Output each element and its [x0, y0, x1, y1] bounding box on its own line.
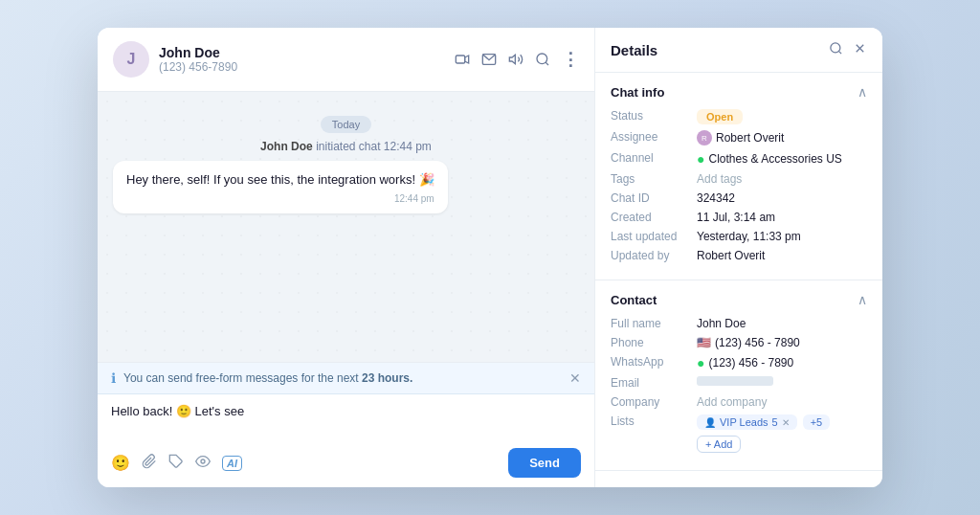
- fullname-label: Full name: [611, 317, 697, 330]
- phone-label: Phone: [611, 336, 697, 349]
- attachment-icon[interactable]: [142, 454, 157, 473]
- whatsapp-channel-icon: ●: [697, 151, 704, 167]
- info-banner: ℹ You can send free-form messages for th…: [98, 363, 594, 394]
- contact-name: John Doe: [159, 45, 445, 60]
- eye-icon[interactable]: [195, 454, 211, 473]
- remove-tag-button[interactable]: ✕: [782, 417, 790, 428]
- message-input[interactable]: Hello back! 🙂 Let's see: [98, 394, 594, 442]
- details-panel: Details Chat info ∧ Status Open Ass: [595, 28, 882, 487]
- updated-by-row: Updated by Robert Overit: [611, 249, 867, 262]
- email-label: Email: [611, 376, 697, 390]
- chat-panel: J John Doe (123) 456-7890 ⋮: [98, 28, 595, 487]
- whatsapp-value: ● (123) 456 - 7890: [697, 355, 793, 370]
- chat-info-section: Chat info ∧ Status Open Assignee R Rober…: [595, 73, 882, 280]
- more-icon[interactable]: ⋮: [562, 49, 579, 70]
- svg-point-4: [537, 54, 547, 64]
- created-row: Created 11 Jul, 3:14 am: [611, 211, 867, 224]
- assignee-label: Assignee: [611, 130, 697, 144]
- svg-rect-0: [456, 56, 464, 63]
- contact-header: Contact ∧: [611, 292, 867, 307]
- svg-point-6: [201, 459, 205, 463]
- status-row: Status Open: [611, 109, 867, 124]
- search-icon[interactable]: [535, 52, 550, 67]
- tags-label: Tags: [611, 172, 697, 186]
- date-divider: Today: [113, 115, 579, 132]
- contact-info: John Doe (123) 456-7890: [159, 45, 445, 74]
- details-header: Details: [595, 28, 882, 73]
- email-row: Email: [611, 376, 867, 390]
- fullname-value: John Doe: [697, 317, 746, 330]
- chat-input-area: ℹ You can send free-form messages for th…: [98, 362, 594, 487]
- details-close-icon[interactable]: [853, 41, 867, 58]
- contact-section-title: Contact: [611, 293, 657, 307]
- channel-row: Channel ● Clothes & Accessories US: [611, 151, 867, 167]
- tags-row: Tags Add tags: [611, 172, 867, 186]
- phone-flag-icon: 🇺🇸: [697, 336, 711, 349]
- contact-toggle[interactable]: ∧: [858, 292, 867, 307]
- whatsapp-row: WhatsApp ● (123) 456 - 7890: [611, 355, 867, 370]
- close-banner-button[interactable]: ✕: [569, 370, 581, 386]
- contact-phone: (123) 456-7890: [159, 60, 445, 74]
- details-header-actions: [829, 41, 867, 58]
- emoji-icon[interactable]: 🙂: [111, 454, 130, 472]
- input-toolbar: 🙂 AI Send: [98, 442, 594, 487]
- whatsapp-icon: ●: [697, 355, 704, 370]
- phone-row: Phone 🇺🇸 (123) 456 - 7890: [611, 336, 867, 349]
- svg-marker-3: [509, 55, 515, 63]
- details-title: Details: [611, 42, 829, 58]
- chat-header: J John Doe (123) 456-7890 ⋮: [98, 28, 594, 92]
- lists-value: 👤 VIP Leads 5 ✕ +5 + Add: [697, 414, 867, 453]
- message-text: Hey there, self! If you see this, the in…: [126, 170, 434, 190]
- created-label: Created: [611, 211, 697, 224]
- email-placeholder: [697, 376, 773, 386]
- last-updated-label: Last updated: [611, 230, 697, 243]
- chat-info-title: Chat info: [611, 85, 664, 100]
- chat-id-row: Chat ID 324342: [611, 191, 867, 205]
- created-value: 11 Jul, 3:14 am: [697, 211, 775, 224]
- last-updated-value: Yesterday, 11:33 pm: [697, 230, 801, 243]
- last-updated-row: Last updated Yesterday, 11:33 pm: [611, 230, 867, 243]
- chat-id-value: 324342: [697, 191, 735, 205]
- more-tags[interactable]: +5: [803, 414, 831, 430]
- list-icon: 👤: [704, 417, 716, 428]
- company-label: Company: [611, 395, 697, 409]
- chat-info-header: Chat info ∧: [611, 84, 867, 100]
- add-company-button[interactable]: Add company: [697, 395, 767, 409]
- channel-label: Channel: [611, 151, 697, 165]
- mail-icon[interactable]: [481, 52, 497, 67]
- fullname-row: Full name John Doe: [611, 317, 867, 330]
- ai-icon[interactable]: AI: [222, 456, 242, 471]
- sound-icon[interactable]: [508, 52, 523, 67]
- vip-leads-tag[interactable]: 👤 VIP Leads 5 ✕: [697, 414, 797, 430]
- video-icon[interactable]: [455, 52, 470, 67]
- lists-row: Lists 👤 VIP Leads 5 ✕ +5 + Add: [611, 414, 867, 453]
- info-text: You can send free-form messages for the …: [123, 371, 412, 385]
- channel-value: ● Clothes & Accessories US: [697, 151, 842, 167]
- svg-marker-1: [465, 56, 469, 63]
- details-search-icon[interactable]: [829, 41, 843, 58]
- status-label: Status: [611, 109, 697, 123]
- contact-avatar: J: [113, 41, 149, 78]
- send-button[interactable]: Send: [508, 448, 581, 478]
- chat-id-label: Chat ID: [611, 191, 697, 205]
- assignee-value: R Robert Overit: [697, 130, 784, 146]
- header-actions: ⋮: [455, 49, 579, 70]
- tag-icon[interactable]: [168, 454, 184, 473]
- assignee-row: Assignee R Robert Overit: [611, 130, 867, 146]
- add-tags-button[interactable]: Add tags: [697, 172, 742, 186]
- assignee-avatar: R: [697, 130, 712, 146]
- email-value: [697, 376, 773, 386]
- chat-messages: Today John Doe initiated chat 12:44 pm H…: [98, 92, 594, 362]
- app-window: J John Doe (123) 456-7890 ⋮: [98, 28, 882, 487]
- phone-value: 🇺🇸 (123) 456 - 7890: [697, 336, 800, 349]
- info-icon: ℹ: [111, 370, 116, 386]
- updated-by-value: Robert Overit: [697, 249, 765, 262]
- chat-info-toggle[interactable]: ∧: [858, 84, 867, 100]
- message-time: 12:44 pm: [126, 193, 434, 204]
- lists-label: Lists: [611, 414, 697, 428]
- message-bubble: Hey there, self! If you see this, the in…: [113, 161, 448, 213]
- contact-section: Contact ∧ Full name John Doe Phone 🇺🇸 (1…: [595, 280, 882, 471]
- status-badge: Open: [697, 109, 743, 124]
- svg-point-7: [831, 43, 840, 53]
- add-list-button[interactable]: + Add: [697, 436, 741, 453]
